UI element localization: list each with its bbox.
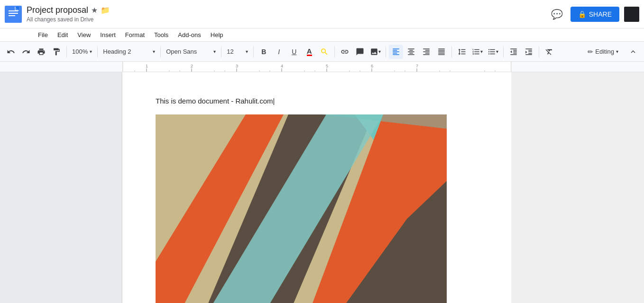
divider-2 bbox=[97, 46, 98, 57]
doc-title-row: Project proposal ★ 📁 bbox=[27, 5, 549, 15]
align-left-button[interactable] bbox=[389, 45, 403, 59]
ruler-bar: 1 2 3 4 5 6 7 bbox=[122, 62, 511, 72]
italic-button[interactable]: I bbox=[272, 45, 286, 59]
menu-format[interactable]: Format bbox=[120, 29, 149, 40]
underline-button[interactable]: U bbox=[287, 45, 301, 59]
menu-bar: File Edit View Insert Format Tools Add-o… bbox=[0, 28, 644, 42]
title-area: Project proposal ★ 📁 All changes saved i… bbox=[27, 5, 549, 23]
divider-7 bbox=[386, 46, 386, 57]
heading-value: Heading 2 bbox=[103, 48, 131, 55]
menu-tools[interactable]: Tools bbox=[149, 29, 173, 40]
account-icon[interactable] bbox=[624, 7, 639, 22]
divider-4 bbox=[221, 46, 221, 57]
svg-text:1: 1 bbox=[146, 64, 148, 68]
share-button[interactable]: 🔒 SHARE bbox=[570, 7, 619, 22]
clear-formatting-button[interactable] bbox=[542, 45, 556, 59]
docs-app-icon[interactable] bbox=[5, 6, 22, 23]
highlight-button[interactable] bbox=[317, 45, 331, 59]
svg-text:6: 6 bbox=[371, 64, 373, 68]
menu-file[interactable]: File bbox=[33, 29, 53, 40]
print-button[interactable] bbox=[34, 45, 48, 59]
editing-mode-chevron: ▾ bbox=[616, 49, 618, 54]
menu-edit[interactable]: Edit bbox=[53, 29, 73, 40]
svg-text:2: 2 bbox=[191, 64, 193, 68]
fontsize-value: 12 bbox=[227, 48, 233, 55]
zoom-select[interactable]: 100% ▾ bbox=[70, 45, 94, 58]
menu-view[interactable]: View bbox=[73, 29, 95, 40]
align-center-button[interactable] bbox=[404, 45, 418, 59]
image-chevron: ▾ bbox=[378, 49, 381, 54]
toolbar: 100% ▾ Heading 2 ▾ Open Sans ▾ 12 ▾ B I … bbox=[0, 42, 644, 62]
svg-rect-2 bbox=[9, 13, 18, 14]
menu-insert[interactable]: Insert bbox=[95, 29, 120, 40]
zoom-value: 100% bbox=[72, 48, 88, 55]
editing-mode-button[interactable]: ✏ Editing ▾ bbox=[583, 46, 623, 57]
redo-button[interactable] bbox=[19, 45, 33, 59]
left-margin bbox=[0, 72, 122, 303]
comment-button[interactable] bbox=[353, 45, 367, 59]
header-right: 💬 🔒 SHARE bbox=[549, 6, 639, 23]
decrease-indent-button[interactable] bbox=[506, 45, 521, 59]
fontsize-chevron: ▾ bbox=[246, 49, 248, 54]
expand-toolbar-button[interactable] bbox=[626, 45, 640, 59]
bulleted-list-chevron: ▾ bbox=[496, 49, 498, 54]
save-status: All changes saved in Drive bbox=[27, 16, 549, 23]
increase-indent-button[interactable] bbox=[522, 45, 536, 59]
svg-text:4: 4 bbox=[281, 64, 283, 68]
divider-9 bbox=[503, 46, 504, 57]
paint-format-button[interactable] bbox=[49, 45, 64, 59]
svg-text:5: 5 bbox=[326, 64, 328, 68]
document-page[interactable]: This is demo document - Rahulit.com| bbox=[122, 72, 511, 303]
heading-style-select[interactable]: Heading 2 ▾ bbox=[101, 45, 157, 58]
divider-5 bbox=[253, 46, 254, 57]
undo-button[interactable] bbox=[4, 45, 18, 59]
content-wrapper: This is demo document - Rahulit.com| bbox=[0, 72, 644, 303]
zoom-chevron: ▾ bbox=[90, 49, 92, 54]
main-content-area: This is demo document - Rahulit.com| bbox=[0, 72, 511, 303]
numbered-list-chevron: ▾ bbox=[480, 49, 483, 54]
font-value: Open Sans bbox=[166, 48, 197, 55]
align-justify-button[interactable] bbox=[434, 45, 449, 59]
divider-8 bbox=[451, 46, 452, 57]
divider-3 bbox=[160, 46, 161, 57]
divider-10 bbox=[539, 46, 539, 57]
text-color-icon: A bbox=[307, 47, 312, 56]
document-text[interactable]: This is demo document - Rahulit.com| bbox=[156, 96, 478, 107]
folder-icon[interactable]: 📁 bbox=[101, 6, 110, 15]
numbered-list-button[interactable]: ▾ bbox=[470, 45, 485, 59]
ruler: 1 2 3 4 5 6 7 bbox=[0, 62, 644, 72]
menu-help[interactable]: Help bbox=[206, 29, 228, 40]
chat-button[interactable]: 💬 bbox=[549, 6, 566, 23]
font-size-select[interactable]: 12 ▾ bbox=[224, 45, 250, 58]
bold-button[interactable]: B bbox=[257, 45, 271, 59]
heading-chevron: ▾ bbox=[153, 49, 155, 54]
align-right-button[interactable] bbox=[419, 45, 433, 59]
bulleted-list-button[interactable]: ▾ bbox=[486, 45, 500, 59]
svg-rect-0 bbox=[5, 6, 22, 23]
text-color-button[interactable]: A bbox=[302, 45, 316, 59]
editing-mode-label: Editing bbox=[595, 48, 614, 55]
image-button[interactable]: ▾ bbox=[368, 45, 383, 59]
share-label: SHARE bbox=[589, 10, 612, 18]
menu-addons[interactable]: Add-ons bbox=[173, 29, 205, 40]
document-title[interactable]: Project proposal bbox=[27, 5, 88, 15]
line-spacing-button[interactable] bbox=[455, 45, 469, 59]
svg-text:3: 3 bbox=[236, 64, 238, 68]
divider-6 bbox=[334, 46, 335, 57]
pencil-icon: ✏ bbox=[588, 48, 593, 56]
font-chevron: ▾ bbox=[213, 49, 216, 54]
star-icon[interactable]: ★ bbox=[91, 6, 98, 15]
document-image bbox=[156, 114, 447, 303]
title-bar: Project proposal ★ 📁 All changes saved i… bbox=[0, 0, 644, 28]
font-select[interactable]: Open Sans ▾ bbox=[164, 45, 218, 58]
svg-text:7: 7 bbox=[416, 64, 418, 68]
svg-rect-3 bbox=[9, 15, 15, 16]
divider-1 bbox=[66, 46, 67, 57]
share-lock-icon: 🔒 bbox=[578, 10, 586, 18]
link-button[interactable] bbox=[338, 45, 352, 59]
